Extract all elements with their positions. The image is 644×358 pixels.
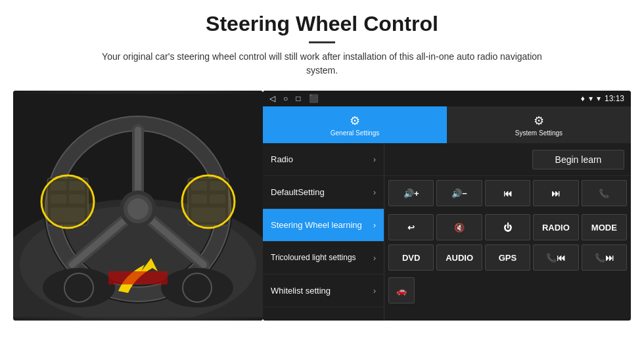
title-divider <box>309 41 335 43</box>
vol-down-button[interactable]: 🔊− <box>436 180 482 206</box>
steering-wheel-image <box>13 91 263 321</box>
svg-rect-33 <box>108 271 168 284</box>
audio-button[interactable]: AUDIO <box>436 244 482 271</box>
recent-nav-icon[interactable]: □ <box>296 94 300 103</box>
prev-icon: ⏮ <box>503 189 512 198</box>
wifi-icon: ▾ <box>589 94 593 103</box>
control-row-2: ↩ 🔇 ⏻ RADIO MODE <box>384 210 631 244</box>
mode-button[interactable]: MODE <box>582 214 627 240</box>
begin-learn-row: Begin learn <box>384 143 631 176</box>
page-header: Steering Wheel Control Your original car… <box>0 0 644 84</box>
menu-item-whitelist[interactable]: Whitelist setting › <box>263 275 384 307</box>
mode-label: MODE <box>591 223 617 233</box>
gps-label: GPS <box>499 253 517 263</box>
status-bar: ◁ ○ □ ⬛ ♦ ▾ ▾ 13:13 <box>263 91 631 106</box>
tab-general-label: General Settings <box>331 129 380 137</box>
chevron-icon: › <box>373 221 376 230</box>
tab-system-settings[interactable]: ⚙ System Settings <box>447 106 631 143</box>
tab-system-label: System Settings <box>515 129 563 137</box>
prev-track-button[interactable]: ⏮ <box>485 180 530 206</box>
back-icon: ↩ <box>407 223 415 233</box>
controls-panel: Begin learn 🔊+ 🔊− ⏮ ⏭ <box>384 143 631 321</box>
call-prev-icon: 📞⏮ <box>546 253 565 263</box>
dvd-label: DVD <box>402 253 420 263</box>
next-track-button[interactable]: ⏭ <box>533 180 578 206</box>
mute-icon: 🔇 <box>454 223 465 233</box>
whitelist-icon-button[interactable]: 🚗 <box>388 277 415 303</box>
tab-bar: ⚙ General Settings ⚙ System Settings <box>263 106 631 143</box>
svg-point-14 <box>127 198 149 219</box>
radio-label: RADIO <box>542 223 570 233</box>
page-subtitle: Your original car's steering wheel contr… <box>92 50 552 78</box>
menu-item-radio[interactable]: Radio › <box>263 143 384 176</box>
mute-button[interactable]: 🔇 <box>436 214 482 240</box>
chevron-icon: › <box>373 188 376 197</box>
menu-item-tricoloured[interactable]: Tricoloured light settings › <box>263 242 384 275</box>
next-icon: ⏭ <box>551 189 560 198</box>
control-row-3: DVD AUDIO GPS 📞⏮ 📞⏭ <box>384 244 631 275</box>
screenshot-nav-icon[interactable]: ⬛ <box>309 94 319 103</box>
page-title: Steering Wheel Control <box>39 12 605 36</box>
location-icon: ♦ <box>581 94 585 103</box>
power-button[interactable]: ⏻ <box>485 214 530 240</box>
chevron-icon: › <box>373 155 376 164</box>
settings-gear-icon: ⚙ <box>350 114 360 128</box>
system-settings-icon: ⚙ <box>534 114 544 128</box>
main-content: ◁ ○ □ ⬛ ♦ ▾ ▾ 13:13 ⚙ General Settings ⚙… <box>0 84 644 327</box>
audio-label: AUDIO <box>446 253 473 263</box>
power-icon: ⏻ <box>503 223 512 233</box>
android-screen: ◁ ○ □ ⬛ ♦ ▾ ▾ 13:13 ⚙ General Settings ⚙… <box>263 91 631 321</box>
back-nav-icon[interactable]: ◁ <box>269 94 275 103</box>
back-button[interactable]: ↩ <box>388 214 434 240</box>
signal-icon: ▾ <box>597 94 601 103</box>
call-button[interactable]: 📞 <box>582 180 627 206</box>
vol-up-button[interactable]: 🔊+ <box>388 180 434 206</box>
svg-point-28 <box>182 175 235 228</box>
whitelist-icon-row: 🚗 <box>384 275 631 306</box>
vol-up-icon: 🔊+ <box>403 189 419 198</box>
call-icon: 📞 <box>599 189 609 198</box>
radio-button[interactable]: RADIO <box>533 214 578 240</box>
call-next-button[interactable]: 📞⏭ <box>582 244 627 271</box>
gps-button[interactable]: GPS <box>485 244 530 271</box>
home-nav-icon[interactable]: ○ <box>283 94 288 103</box>
call-prev-button[interactable]: 📞⏮ <box>533 244 578 271</box>
vol-down-icon: 🔊− <box>451 189 467 198</box>
steering-wheel-svg <box>13 94 263 317</box>
control-row-1: 🔊+ 🔊− ⏮ ⏭ 📞 <box>384 176 631 210</box>
begin-learn-button[interactable]: Begin learn <box>532 150 624 169</box>
chevron-icon: › <box>373 286 376 296</box>
menu-item-steering-wheel[interactable]: Steering Wheel learning › <box>263 209 384 242</box>
chevron-icon: › <box>373 254 376 263</box>
whitelist-car-icon: 🚗 <box>396 286 407 296</box>
tab-general-settings[interactable]: ⚙ General Settings <box>263 106 447 143</box>
content-area: Radio › DefaultSetting › Steering Wheel … <box>263 143 631 321</box>
clock: 13:13 <box>605 94 624 103</box>
svg-point-27 <box>41 175 94 228</box>
menu-panel: Radio › DefaultSetting › Steering Wheel … <box>263 143 384 321</box>
dvd-button[interactable]: DVD <box>388 244 434 271</box>
call-next-icon: 📞⏭ <box>595 253 614 263</box>
menu-item-default-setting[interactable]: DefaultSetting › <box>263 176 384 209</box>
